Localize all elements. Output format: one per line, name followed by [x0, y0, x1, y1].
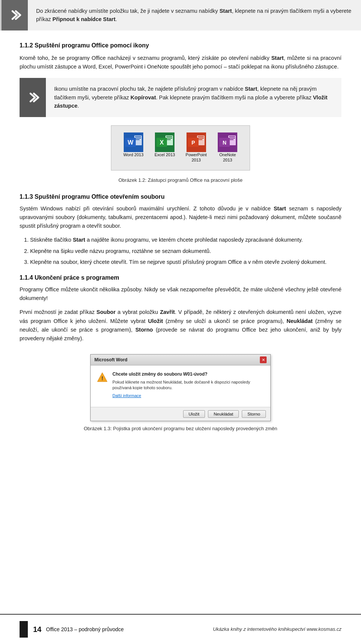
- onenote-icon: N: [218, 132, 237, 152]
- section-114-bold2f: Storno: [135, 327, 153, 333]
- dialog-message: Chcete uložit změny do souboru W01-úvod?: [112, 371, 264, 378]
- chevron-right-icon: [8, 8, 21, 22]
- step-1: Stiskněte tlačítko Start a najděte ikonu…: [30, 236, 341, 244]
- section-112-body: Kromě toho, že se programy Office nacház…: [20, 54, 341, 71]
- section-113-number: 1.1.3: [20, 193, 33, 200]
- dialog-save-button[interactable]: Uložit: [183, 410, 205, 418]
- excel-icon: X: [155, 132, 174, 152]
- word-label: Word 2013: [123, 152, 144, 157]
- tip-arrow-icon: [2, 0, 28, 30]
- word-icon: W: [124, 132, 143, 152]
- ppt-icon: P: [187, 132, 206, 152]
- svg-text:W: W: [127, 139, 133, 146]
- inner-tip-text1: Ikonu umístíte na pracovní plochu tak, ž…: [54, 86, 245, 92]
- ppt-label: PowerPoint2013: [186, 152, 207, 163]
- footer-color-bar: [20, 621, 28, 638]
- section-114-number: 1.1.4: [20, 274, 33, 281]
- excel-icon-svg: X: [155, 132, 174, 152]
- dialog-cancel-button[interactable]: Storno: [242, 410, 266, 418]
- section-114-body2-text: První možností je zadat příkaz: [20, 309, 97, 315]
- step-2: Klepněte na šipku vedle názvu programu, …: [30, 247, 341, 256]
- svg-rect-2: [135, 136, 141, 137]
- section-114-bold2d: Uložit: [148, 318, 163, 324]
- section-114-bold2e: Neukládat: [287, 318, 312, 324]
- inner-tip-bold2: Kopírovat: [130, 94, 156, 100]
- dialog-close-button[interactable]: ✕: [260, 356, 267, 363]
- dialog-sub: Pokud kliknete na možnost Neukládat, bud…: [112, 379, 264, 391]
- inner-tip-text4: .: [77, 103, 79, 109]
- top-tip-box: Do zkrácené nabídky umístíte položku tak…: [0, 0, 361, 30]
- inner-tip-box: Ikonu umístíte na pracovní plochu tak, ž…: [20, 78, 341, 117]
- svg-rect-9: [166, 136, 172, 137]
- svg-text:N: N: [223, 140, 226, 146]
- tip-bold1: Start: [220, 8, 232, 14]
- svg-rect-3: [135, 138, 141, 139]
- inner-tip-arrow: [20, 78, 46, 117]
- figure-12-caption: Obrázek 1.2: Zástupci programů Office na…: [20, 177, 341, 184]
- tip-text-part1: Do zkrácené nabídky umístíte položku tak…: [36, 8, 220, 14]
- svg-rect-17: [198, 138, 204, 139]
- svg-rect-24: [229, 138, 235, 139]
- section-114-body1: Programy Office můžete ukončit několika …: [20, 285, 341, 303]
- footer-right: Ukázka knihy z internetového knihkupectv…: [213, 626, 341, 633]
- svg-rect-10: [166, 138, 172, 139]
- section-112-number: 1.1.2: [20, 42, 33, 49]
- inner-tip-text: Ikonu umístíte na pracovní plochu tak, ž…: [46, 78, 341, 117]
- page: Do zkrácené nabídky umístíte položku tak…: [0, 0, 361, 644]
- office-icons-screenshot: W Word 2013: [111, 125, 250, 171]
- word-icon-item: W Word 2013: [120, 132, 147, 163]
- dialog-body: ! Chcete uložit změny do souboru W01-úvo…: [91, 365, 270, 407]
- inner-tip-bold1: Start: [245, 86, 257, 92]
- section-114-heading: 1.1.4 Ukončení práce s programem: [20, 273, 341, 282]
- onenote-icon-item: N OneNote2013: [215, 132, 241, 163]
- ppt-icon-item: P PowerPoint2013: [183, 132, 209, 163]
- footer-page-block: 14 Office 2013 – podrobný průvodce: [20, 621, 124, 638]
- ppt-icon-svg: P: [187, 132, 206, 152]
- section-114-bold2: Soubor: [97, 309, 116, 315]
- word-dialog-screenshot: Microsoft Word ✕ ! Chcete uložit změny d…: [90, 354, 271, 421]
- section-112-heading: 1.1.2 Spuštění programu Office pomocí ik…: [20, 41, 341, 50]
- svg-text:P: P: [191, 140, 195, 146]
- dialog-link[interactable]: Další informace: [112, 393, 264, 399]
- dialog-nosave-button[interactable]: Neukládat: [208, 410, 239, 418]
- section-114-body2d: (změny se uloží a ukončí se práce progra…: [163, 318, 287, 324]
- onenote-icon-svg: N: [218, 132, 237, 152]
- section-113-title: Spuštění programu Office otevřením soubo…: [35, 193, 165, 200]
- svg-rect-16: [198, 136, 204, 137]
- dialog-title: Microsoft Word: [94, 356, 127, 363]
- section-113-body: Systém Windows nabízí při otevírání soub…: [20, 204, 341, 231]
- dialog-titlebar: Microsoft Word ✕: [91, 355, 270, 365]
- excel-icon-item: X Excel 2013: [152, 132, 178, 163]
- dialog-buttons: Uložit Neukládat Storno: [91, 407, 270, 421]
- tip-bold2: Připnout k nabídce Start: [53, 16, 116, 22]
- dialog-row: ! Chcete uložit změny do souboru W01-úvo…: [97, 371, 264, 399]
- onenote-label: OneNote2013: [219, 152, 236, 163]
- svg-text:!: !: [102, 375, 103, 381]
- section-113-bold1: Start: [274, 206, 286, 212]
- section-113-heading: 1.1.3 Spuštění programu Office otevřením…: [20, 192, 341, 201]
- step-3: Klepněte na soubor, který chcete otevřít…: [30, 258, 341, 266]
- top-tip-text: Do zkrácené nabídky umístíte položku tak…: [28, 0, 361, 30]
- section-114-body2b: a vybrat položku: [115, 309, 160, 315]
- figure-13-caption: Obrázek 1.3: Pojistka proti ukončení pro…: [20, 425, 341, 432]
- inner-chevron-icon: [26, 91, 39, 104]
- office-icons-container: W Word 2013: [120, 132, 241, 163]
- section-113-body1: Systém Windows nabízí při otevírání soub…: [20, 206, 274, 212]
- section-112-bold1: Start: [271, 55, 284, 61]
- dialog-warning-icon: !: [97, 371, 108, 383]
- word-icon-svg: W: [124, 132, 143, 152]
- section-112-title: Spuštění programu Office pomocí ikony: [35, 42, 149, 49]
- section-114-bold2b: Zavřít: [160, 309, 175, 315]
- svg-text:X: X: [160, 139, 164, 146]
- footer-text: Office 2013 – podrobný průvodce: [46, 626, 124, 633]
- inner-tip-text3: . Pak klepnete pravým tlačítkem myši na …: [156, 94, 313, 100]
- svg-rect-23: [229, 136, 235, 137]
- main-content: 1.1.2 Spuštění programu Office pomocí ik…: [0, 41, 361, 432]
- page-footer: 14 Office 2013 – podrobný průvodce Ukázk…: [0, 614, 361, 644]
- section-114-body2: První možností je zadat příkaz Soubor a …: [20, 308, 341, 343]
- tip-text-part3: .: [115, 16, 117, 22]
- section-113-steps: Stiskněte tlačítko Start a najděte ikonu…: [30, 236, 341, 266]
- excel-label: Excel 2013: [155, 152, 175, 157]
- section-112-body1: Kromě toho, že se programy Office nacház…: [20, 55, 271, 61]
- section-114-title: Ukončení práce s programem: [35, 274, 119, 281]
